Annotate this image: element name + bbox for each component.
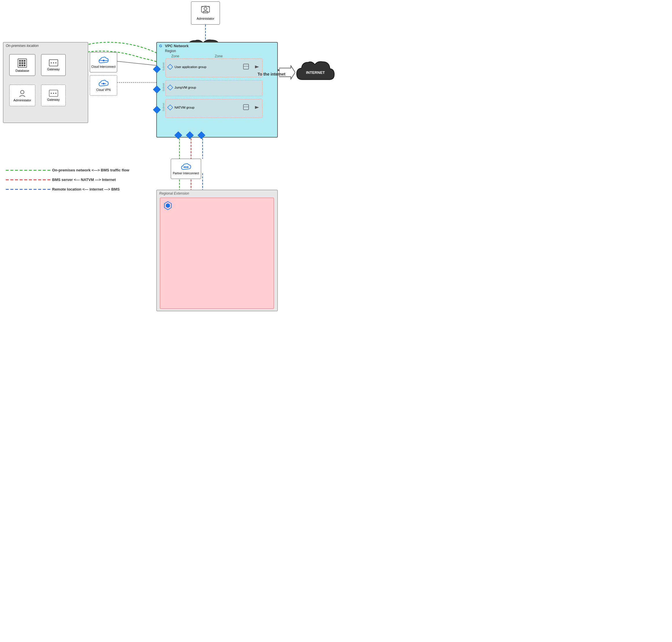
database-box: Database	[9, 54, 35, 76]
svg-marker-78	[186, 131, 194, 139]
administrator-top-icon	[200, 6, 211, 16]
svg-rect-45	[22, 62, 23, 64]
internet-right-cloud-svg: INTERNET	[295, 59, 336, 86]
legend-blue-item: Remote location <— internet —> BMS	[6, 187, 129, 191]
cloud-vpn-icon	[98, 80, 109, 88]
database-icon	[17, 58, 27, 68]
vpc-network-label: VPC Network	[165, 44, 189, 48]
partner-interconnect-label: Partner Interconnect	[173, 172, 199, 175]
administrator-premises-box: Administator	[9, 85, 35, 106]
svg-point-83	[186, 166, 188, 168]
svg-marker-76	[153, 106, 161, 114]
inner-pink-box: VRF Client Network Bare Metal Server #1 …	[160, 197, 274, 309]
svg-marker-75	[153, 86, 161, 93]
gateway1-label: Gateway	[47, 67, 60, 71]
cloud-interconnect-label: Cloud Interconnect	[91, 65, 116, 68]
connector2-icon	[167, 85, 173, 90]
user-app-group-label: User application group	[174, 65, 206, 69]
svg-rect-42	[22, 60, 23, 62]
legend-red-line	[6, 178, 52, 182]
svg-point-53	[55, 62, 56, 63]
cloud-interconnect-icon	[98, 56, 109, 65]
svg-rect-48	[22, 65, 23, 66]
legend: On-premises network <—> BMS traffic flow…	[6, 168, 129, 197]
zone2-label: Zone	[215, 54, 223, 58]
on-premises-label: On-premises location	[6, 44, 39, 48]
subnet3-label: Subnet	[162, 103, 165, 112]
on-premises-box: On-premises location Database	[3, 42, 88, 123]
diagram-container: Administator INTERNET On-premises locati…	[0, 0, 336, 321]
svg-rect-66	[243, 64, 249, 69]
svg-marker-79	[198, 131, 205, 139]
jumpvm-group-label: JumpVM group	[174, 86, 196, 89]
user-app-server-icon	[243, 63, 249, 71]
legend-red-label: BMS server <— NATVM —> Internet	[52, 178, 116, 182]
baremetal-icon	[163, 201, 172, 211]
svg-point-82	[184, 166, 185, 168]
svg-point-58	[55, 93, 56, 94]
database-label: Database	[15, 69, 29, 73]
legend-blue-line	[6, 188, 52, 191]
zone1-label: Zone	[171, 54, 179, 58]
google-g-icon: G	[159, 44, 162, 48]
vpc-bottom3-icon	[197, 131, 206, 140]
svg-rect-44	[19, 62, 21, 64]
connector1-icon	[167, 64, 173, 70]
region-label: Region	[165, 49, 176, 53]
vpc-entry1-icon	[153, 65, 161, 74]
svg-rect-41	[19, 60, 21, 62]
legend-blue-label: Remote location <— internet —> BMS	[52, 187, 120, 191]
svg-rect-49	[24, 65, 25, 66]
svg-marker-69	[168, 85, 173, 90]
gateway1-icon	[49, 59, 58, 66]
cloud-vpn-label: Cloud VPN	[96, 88, 110, 91]
regional-extension-label: Regional Extension	[159, 191, 189, 195]
natvm-arrow-icon	[254, 104, 261, 112]
natvm-server-icon	[243, 104, 249, 112]
gateway1-box: Gateway	[41, 54, 66, 76]
legend-green-line	[6, 168, 52, 172]
to-internet-label: To the internet	[258, 72, 285, 76]
svg-point-57	[53, 93, 54, 94]
svg-marker-77	[174, 131, 182, 139]
svg-point-52	[53, 62, 54, 63]
partner-interconnect-box: Partner Interconnect	[171, 159, 201, 179]
vpc-entry3-icon	[153, 106, 161, 115]
svg-marker-68	[255, 65, 259, 68]
svg-point-54	[21, 90, 24, 94]
svg-point-62	[103, 60, 104, 61]
legend-green-item: On-premises network <—> BMS traffic flow	[6, 168, 129, 172]
svg-marker-73	[255, 106, 259, 109]
administrator-premises-icon	[18, 89, 27, 98]
gateway2-label: Gateway	[47, 98, 60, 101]
svg-point-39	[204, 7, 207, 10]
connector3-icon	[167, 104, 173, 110]
user-app-subnet: Subnet User application group	[166, 59, 263, 77]
vpc-entry2-icon	[153, 86, 161, 95]
svg-marker-70	[168, 105, 173, 110]
vpc-bottom2-icon	[186, 131, 194, 140]
svg-point-64	[103, 83, 104, 85]
subnet1-label: Subnet	[162, 63, 165, 71]
cloud-vpn-box: Cloud VPN	[90, 75, 117, 95]
user-app-arrow-icon	[254, 64, 261, 71]
legend-green-label: On-premises network <—> BMS traffic flow	[52, 168, 129, 172]
internet-right-text: INTERNET	[306, 70, 325, 75]
jumpvm-subnet: Subnet JumpVM group	[166, 80, 263, 96]
svg-rect-47	[19, 65, 21, 66]
gateway2-box: Gateway	[41, 85, 66, 106]
svg-point-51	[51, 62, 52, 63]
legend-red-item: BMS server <— NATVM —> Internet	[6, 178, 129, 182]
administrator-premises-label: Administator	[13, 99, 31, 102]
natvm-group-label: NATVM group	[174, 106, 195, 109]
administrator-top-box: Administator	[191, 1, 220, 25]
administrator-top-label: Administator	[197, 17, 214, 20]
svg-point-56	[51, 93, 52, 94]
svg-marker-65	[168, 64, 173, 69]
svg-marker-74	[153, 65, 161, 73]
vpc-network-box: G VPC Network Region Zone Zone Subnet Us…	[156, 42, 278, 138]
gateway2-icon	[49, 90, 58, 97]
internet-right-cloud: INTERNET	[295, 59, 336, 86]
subnet2-label: Subnet	[162, 83, 165, 91]
partner-interconnect-icon	[181, 163, 191, 171]
